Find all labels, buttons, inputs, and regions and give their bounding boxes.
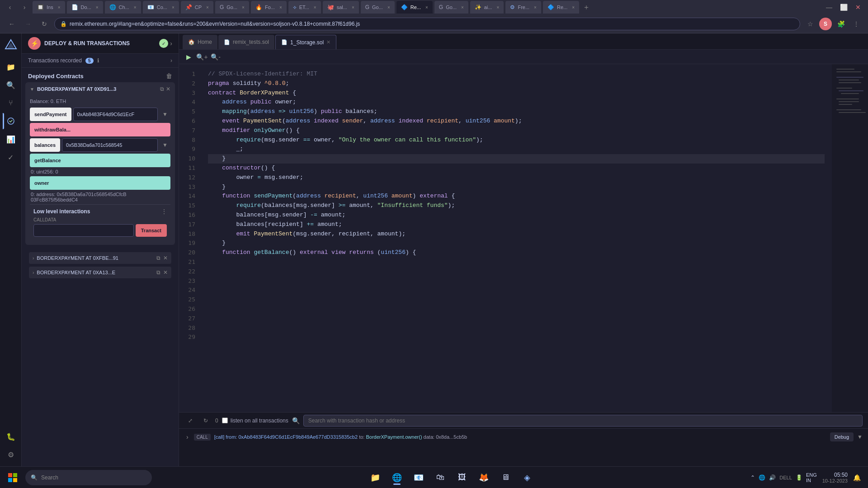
- taskbar-mail[interactable]: 📧: [409, 469, 429, 487]
- other-contract-1-chevron[interactable]: ›: [33, 256, 34, 261]
- browser-tab-ch[interactable]: 🌐 Ch... ×: [105, 1, 141, 14]
- sidebar-item-settings[interactable]: ⚙: [3, 446, 19, 463]
- next-tabs-btn[interactable]: ›: [18, 1, 31, 14]
- tab-home-label: Home: [198, 39, 212, 45]
- menu-button[interactable]: ⋮: [850, 18, 863, 30]
- browser-tab-go1[interactable]: G Go... ×: [215, 1, 249, 14]
- copy-contract-btn[interactable]: ⧉: [160, 86, 164, 92]
- taskbar-vscode[interactable]: ◈: [517, 469, 537, 487]
- tab-storage[interactable]: 📄 1_Storage.sol ✕: [275, 35, 336, 49]
- debug-expand-btn[interactable]: ▼: [857, 434, 863, 440]
- bottom-refresh-btn[interactable]: ↻: [200, 415, 212, 427]
- other-contract-1-close[interactable]: ✕: [163, 255, 168, 261]
- zoom-out-button[interactable]: 🔍-: [210, 51, 222, 63]
- sidebar-item-git[interactable]: ⑂: [3, 95, 19, 111]
- sidebar-item-debug[interactable]: 🐛: [3, 428, 19, 445]
- browser-tab-gmail[interactable]: 📧 Co... ×: [143, 1, 179, 14]
- sidebar-item-deploy[interactable]: [3, 113, 19, 129]
- delete-all-btn[interactable]: 🗑: [166, 72, 172, 80]
- low-level-info-btn[interactable]: ⋮: [161, 208, 167, 215]
- dell-icon: DELL: [779, 475, 792, 480]
- sidebar-item-files[interactable]: 📁: [3, 59, 19, 75]
- browser-tab-ai[interactable]: ✨ ai... ×: [470, 1, 504, 14]
- balances-expand[interactable]: ▼: [160, 138, 170, 152]
- other-contract-1-copy[interactable]: ⧉: [156, 255, 160, 261]
- get-balance-button[interactable]: getBalance: [30, 154, 170, 167]
- svg-rect-12: [836, 99, 859, 99]
- browser-tab-remix[interactable]: 🔷 Re... ×: [396, 1, 433, 14]
- svg-rect-5: [836, 71, 861, 72]
- bottom-expand-btn[interactable]: ⤢: [184, 415, 196, 427]
- transactions-count-badge: 5: [85, 58, 94, 64]
- other-contract-2-chevron[interactable]: ›: [33, 270, 34, 275]
- zoom-in-button[interactable]: 🔍+: [196, 51, 208, 63]
- browser-tab-re2[interactable]: 🔷 Re... ×: [543, 1, 579, 14]
- browser-tab-fre[interactable]: ⚙ Fre... ×: [505, 1, 541, 14]
- listen-check-container: listen on all transactions: [222, 418, 288, 424]
- maximize-button[interactable]: ⬜: [837, 1, 850, 14]
- listen-checkbox[interactable]: [222, 418, 228, 423]
- send-payment-expand[interactable]: ▼: [160, 108, 170, 121]
- sidebar-item-transactions[interactable]: 📊: [3, 131, 19, 147]
- sidebar-item-search[interactable]: 🔍: [3, 77, 19, 93]
- taskbar-clock[interactable]: 05:50 10-12-2023: [822, 472, 848, 483]
- send-payment-input[interactable]: [73, 108, 158, 121]
- close-contract-btn[interactable]: ✕: [166, 86, 170, 92]
- browser-tab-sal[interactable]: 🐙 sal... ×: [323, 1, 359, 14]
- owner-button[interactable]: owner: [30, 176, 170, 190]
- refresh-button[interactable]: ↻: [38, 18, 51, 30]
- taskbar-search-box[interactable]: 🔍 Search: [25, 470, 152, 485]
- code-editor[interactable]: // SPDX-License-Identifier: MIT pragma s…: [201, 64, 832, 412]
- profile-button[interactable]: S: [819, 18, 832, 30]
- bottom-search-icon[interactable]: 🔍: [292, 417, 300, 424]
- contract-actions: ⧉ ✕: [160, 86, 170, 92]
- prev-tabs-btn[interactable]: ‹: [4, 1, 16, 14]
- new-tab-button[interactable]: ＋: [581, 2, 592, 13]
- tab-remix-tests[interactable]: 📄 remix_tests.sol: [218, 35, 274, 49]
- sidebar-item-plugins[interactable]: ✓: [3, 149, 19, 165]
- balances-input[interactable]: [62, 138, 158, 152]
- address-bar[interactable]: 🔒 remix.ethereum.org/#lang=en&optimize=f…: [54, 18, 800, 30]
- notifications-icon[interactable]: 🔔: [853, 474, 861, 481]
- start-button[interactable]: [4, 469, 22, 487]
- calldata-input[interactable]: [33, 224, 134, 237]
- taskbar-terminal[interactable]: 🖥: [495, 469, 515, 487]
- tab-storage-close[interactable]: ✕: [326, 39, 330, 45]
- browser-tab-cp[interactable]: 📌 CP ×: [181, 1, 213, 14]
- tx-search-input[interactable]: [303, 415, 863, 427]
- back-button[interactable]: ←: [5, 18, 18, 30]
- other-contract-2-close[interactable]: ✕: [163, 269, 168, 276]
- taskbar-files[interactable]: 📁: [365, 469, 385, 487]
- browser-tab-go3[interactable]: G Go... ×: [434, 1, 468, 14]
- browser-tab-eth[interactable]: ⟡ ET... ×: [288, 1, 321, 14]
- browser-tab-ins[interactable]: 🔲 Ins ×: [33, 1, 65, 14]
- browser-tab-go2[interactable]: G Go... ×: [361, 1, 395, 14]
- browser-tab-for[interactable]: 🔥 Fo... ×: [251, 1, 287, 14]
- close-button[interactable]: ✕: [852, 1, 864, 14]
- chevron-up-icon[interactable]: ⌃: [750, 474, 755, 481]
- log-to: to:: [359, 434, 366, 440]
- taskbar-chrome[interactable]: 🌐: [387, 469, 407, 487]
- debug-button[interactable]: Debug: [830, 432, 854, 441]
- balances-row: balances ▼: [30, 138, 170, 152]
- log-expand-arrow[interactable]: ›: [184, 432, 190, 442]
- send-payment-button[interactable]: sendPayment: [30, 108, 71, 121]
- balances-button[interactable]: balances: [30, 138, 60, 152]
- tab-home[interactable]: 🏠 Home: [183, 35, 217, 49]
- run-button[interactable]: ▶: [183, 51, 194, 63]
- withdraw-balance-button[interactable]: withdrawBala...: [30, 123, 170, 136]
- minimize-button[interactable]: —: [823, 1, 835, 14]
- extensions-button[interactable]: 🧩: [835, 18, 847, 30]
- transact-button[interactable]: Transact: [136, 224, 167, 237]
- other-contract-2-copy[interactable]: ⧉: [156, 269, 160, 276]
- taskbar-photos[interactable]: 🖼: [452, 469, 472, 487]
- forward-button[interactable]: →: [22, 18, 34, 30]
- taskbar-store[interactable]: 🛍: [430, 469, 450, 487]
- deploy-forward-btn[interactable]: ›: [170, 40, 172, 47]
- tx-count: 0: [215, 418, 218, 424]
- browser-tab-doc[interactable]: 📄 Do... ×: [67, 1, 103, 14]
- transactions-expand-btn[interactable]: ›: [170, 57, 172, 64]
- bookmark-button[interactable]: ☆: [804, 18, 816, 30]
- contract-header[interactable]: ▼ BORDERXPAYMENT AT 0XD91...3 ⧉ ✕: [25, 82, 175, 96]
- taskbar-browser2[interactable]: 🦊: [474, 469, 494, 487]
